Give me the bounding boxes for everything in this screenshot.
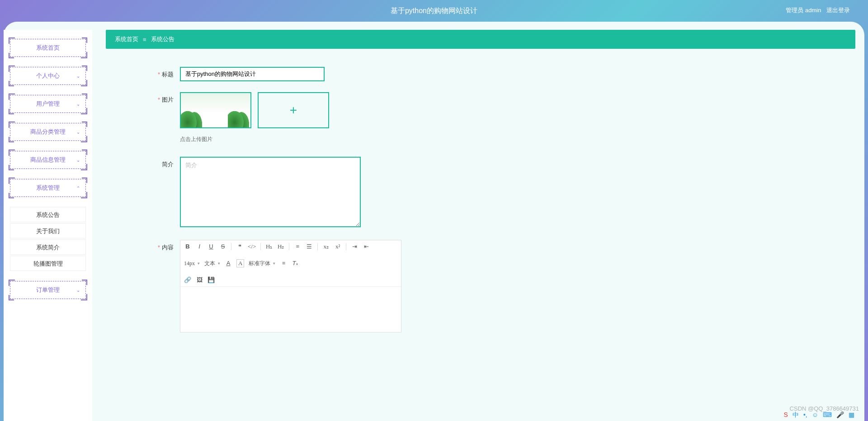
grid-icon[interactable]: ▦ — [849, 411, 854, 419]
sidebar-item-label: 用户管理 — [36, 100, 60, 108]
taskbar-icons: S 中 •, ☺ ⌨ 🎤 ▦ — [784, 411, 854, 419]
sidebar-item-label: 系统管理 — [36, 184, 60, 192]
font-size-select[interactable]: 14px — [184, 260, 200, 267]
italic-icon[interactable]: I — [196, 243, 203, 250]
ime-icon[interactable]: S — [784, 411, 788, 419]
sidebar-item-users[interactable]: 用户管理 ⌄ — [10, 95, 86, 113]
ime-text[interactable]: 中 — [793, 411, 799, 419]
plus-icon: + — [290, 103, 297, 117]
subscript-icon[interactable]: x₂ — [322, 243, 330, 250]
chevron-down-icon: ⌄ — [76, 158, 80, 163]
uploaded-image-thumb[interactable] — [180, 92, 251, 128]
save-icon[interactable]: 💾 — [208, 276, 215, 284]
emoji-icon[interactable]: ☺ — [812, 411, 818, 419]
form-row-image: *图片 + — [133, 92, 828, 128]
ordered-list-icon[interactable]: ≡ — [294, 243, 301, 250]
sidebar-item-label: 系统首页 — [36, 44, 60, 52]
upload-hint: 点击上传图片 — [180, 136, 828, 143]
top-header: 基于python的购物网站设计 管理员 admin 退出登录 — [0, 0, 868, 22]
image-label: *图片 — [133, 92, 174, 104]
h2-icon[interactable]: H₂ — [277, 243, 284, 250]
content-label: *内容 — [133, 240, 174, 252]
text-color-icon[interactable]: A — [225, 260, 232, 267]
superscript-icon[interactable]: x² — [334, 243, 341, 250]
punct-icon[interactable]: •, — [803, 411, 807, 419]
form-row-title: *标题 — [133, 67, 828, 81]
sidebar-item-label: 商品分类管理 — [30, 128, 66, 136]
sidebar-item-label: 订单管理 — [36, 286, 60, 294]
sidebar-item-category[interactable]: 商品分类管理 ⌄ — [10, 123, 86, 141]
unordered-list-icon[interactable]: ☰ — [306, 243, 313, 250]
form-area: *标题 *图片 + 点击上传图片 简介 — [106, 49, 855, 361]
sidebar-item-orders[interactable]: 订单管理 ⌄ — [10, 281, 86, 299]
title-input[interactable] — [180, 67, 325, 81]
main-content: 系统首页 ≡ 系统公告 *标题 *图片 + — [92, 30, 864, 421]
sidebar-item-system[interactable]: 系统管理 ⌃ — [10, 179, 86, 197]
add-image-button[interactable]: + — [258, 92, 329, 128]
align-icon[interactable]: ≡ — [280, 260, 287, 267]
intro-label: 简介 — [133, 157, 174, 168]
bold-icon[interactable]: B — [184, 243, 191, 250]
sidebar-sub-about[interactable]: 关于我们 — [10, 223, 86, 239]
chevron-down-icon: ⌄ — [76, 74, 80, 79]
sidebar-item-product[interactable]: 商品信息管理 ⌄ — [10, 151, 86, 169]
keyboard-icon[interactable]: ⌨ — [823, 411, 832, 419]
chevron-down-icon: ⌄ — [76, 288, 80, 293]
image-icon[interactable]: 🖼 — [196, 276, 203, 284]
user-area: 管理员 admin 退出登录 — [782, 6, 850, 14]
sidebar-item-label: 个人中心 — [36, 72, 60, 80]
link-icon[interactable]: 🔗 — [184, 276, 191, 284]
indent-icon[interactable]: ⇥ — [351, 243, 358, 250]
underline-icon[interactable]: U — [208, 243, 215, 250]
h1-icon[interactable]: H₁ — [265, 243, 273, 250]
clear-format-icon[interactable]: Tₓ — [292, 260, 299, 267]
sidebar: 系统首页 个人中心 ⌄ 用户管理 ⌄ 商品分类管理 ⌄ 商品信息管理 ⌄ 系统管… — [4, 30, 92, 421]
sidebar-sub-intro[interactable]: 系统简介 — [10, 239, 86, 255]
editor-toolbar: B I U S ❝ </> H₁ H₂ ≡ ☰ — [180, 240, 401, 287]
sidebar-sub-announcement[interactable]: 系统公告 — [10, 207, 86, 222]
breadcrumb-current: 系统公告 — [151, 35, 175, 43]
form-row-intro: 简介 — [133, 157, 828, 229]
font-family-select[interactable]: 标准字体 — [249, 260, 275, 267]
intro-textarea[interactable] — [180, 157, 361, 227]
rich-text-editor: B I U S ❝ </> H₁ H₂ ≡ ☰ — [180, 240, 401, 332]
quote-icon[interactable]: ❝ — [236, 243, 243, 250]
chevron-up-icon: ⌃ — [76, 186, 80, 191]
app-title: 基于python的购物网站设计 — [391, 6, 477, 16]
outdent-icon[interactable]: ⇤ — [363, 243, 370, 250]
editor-content-area[interactable] — [180, 287, 401, 332]
text-type-select[interactable]: 文本 — [204, 260, 220, 267]
bg-color-icon[interactable]: A — [236, 259, 244, 267]
breadcrumb: 系统首页 ≡ 系统公告 — [106, 30, 855, 49]
sidebar-item-profile[interactable]: 个人中心 ⌄ — [10, 67, 86, 85]
sidebar-sub-carousel[interactable]: 轮播图管理 — [10, 256, 86, 271]
logout-link[interactable]: 退出登录 — [826, 7, 850, 14]
strike-icon[interactable]: S — [219, 243, 226, 250]
admin-label[interactable]: 管理员 admin — [786, 7, 821, 14]
breadcrumb-home[interactable]: 系统首页 — [115, 35, 138, 43]
breadcrumb-sep: ≡ — [143, 36, 146, 43]
form-row-content: *内容 B I U S ❝ </> H₁ H₂ — [133, 240, 828, 332]
sidebar-item-home[interactable]: 系统首页 — [10, 39, 86, 57]
main-panel: 系统首页 个人中心 ⌄ 用户管理 ⌄ 商品分类管理 ⌄ 商品信息管理 ⌄ 系统管… — [4, 22, 864, 421]
chevron-down-icon: ⌄ — [76, 102, 80, 107]
title-label: *标题 — [133, 67, 174, 79]
chevron-down-icon: ⌄ — [76, 130, 80, 135]
sidebar-item-label: 商品信息管理 — [30, 156, 66, 164]
mic-icon[interactable]: 🎤 — [836, 411, 844, 419]
code-icon[interactable]: </> — [248, 243, 256, 250]
